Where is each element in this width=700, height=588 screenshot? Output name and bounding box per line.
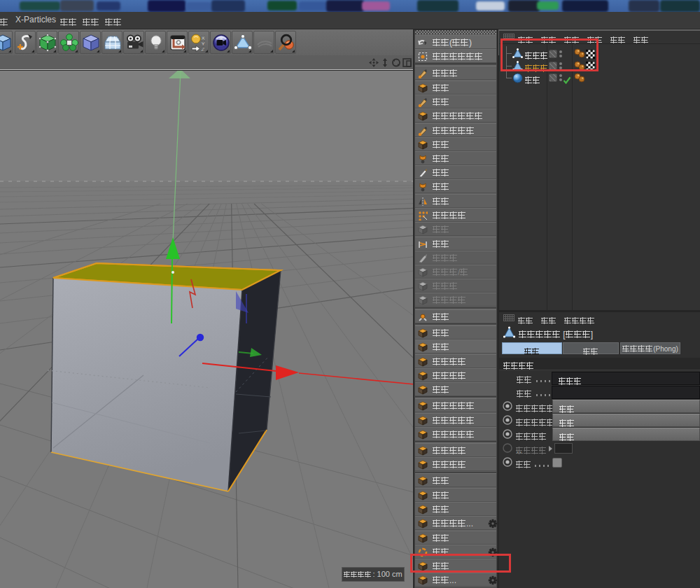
svg-text:Z: Z	[202, 46, 205, 52]
